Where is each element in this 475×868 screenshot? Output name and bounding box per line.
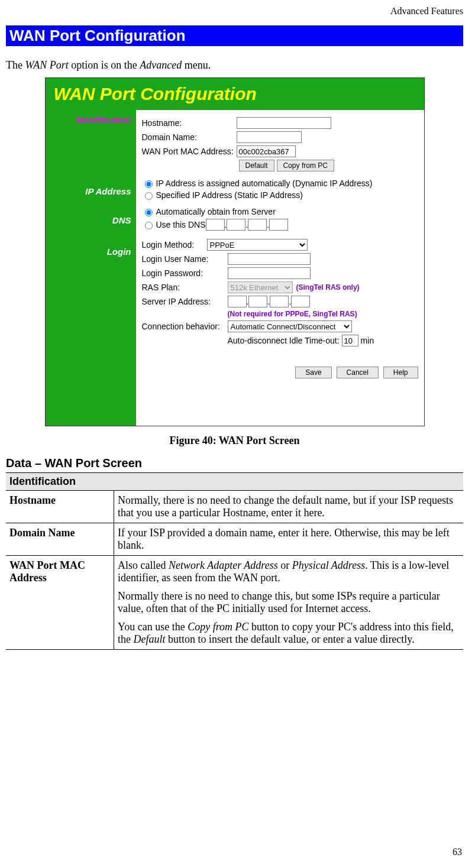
server-ip-label: Server IP Address: — [142, 297, 228, 306]
idle-label: Auto-disconnect Idle Time-out: — [228, 336, 340, 345]
mac-p3em2: Default — [134, 633, 166, 645]
dns-opt1-label: Automatically obtain from Server — [156, 207, 276, 216]
side-dns: DNS — [46, 215, 131, 225]
srv-oct4[interactable] — [291, 296, 310, 307]
dns-oct2[interactable] — [227, 219, 245, 231]
ras-select: 512k Ethernet — [228, 281, 293, 293]
dns-opt2-label: Use this DNS — [156, 220, 206, 229]
mac-p3a: You can use the — [118, 621, 188, 633]
intro-post: menu. — [182, 59, 211, 71]
data-subhead: Data – WAN Port Screen — [6, 456, 463, 470]
save-button[interactable]: Save — [295, 367, 331, 378]
hostname-input[interactable] — [237, 117, 331, 129]
mac-label: WAN Port MAC Address: — [142, 147, 237, 156]
row-key-mac: WAN Port MAC Address — [6, 556, 114, 650]
dns-oct1[interactable] — [206, 219, 225, 231]
dns-oct4[interactable] — [269, 219, 288, 231]
idle-unit: min — [361, 336, 374, 345]
mac-p3em1: Copy from PC — [188, 621, 248, 633]
login-user-input[interactable] — [228, 253, 311, 265]
mac-p1b: or — [278, 559, 292, 571]
domain-input[interactable] — [237, 131, 302, 143]
page-header: Advanced Features — [6, 0, 463, 25]
table-row: Hostname Normally, there is no need to c… — [6, 491, 463, 523]
mac-p1em1: Network Adapter Address — [169, 559, 278, 571]
intro-em2: Advanced — [140, 59, 182, 71]
ip-opt2-label: Specified IP Address (Static IP Address) — [156, 190, 303, 200]
ip-dynamic-radio[interactable] — [145, 180, 153, 188]
login-method-label: Login Method: — [142, 240, 207, 250]
intro-em1: WAN Port — [25, 59, 68, 71]
srv-oct1[interactable] — [228, 296, 247, 307]
default-button[interactable]: Default — [239, 160, 274, 171]
conn-behavior-label: Connection behavior: — [142, 322, 228, 331]
srv-oct2[interactable] — [248, 296, 267, 307]
row-key-hostname: Hostname — [6, 491, 114, 523]
table-row: WAN Port MAC Address Also called Network… — [6, 556, 463, 650]
ras-label: RAS Plan: — [142, 283, 228, 292]
side-identification: Identification — [46, 115, 131, 125]
row-val-domain: If your ISP provided a domain name, ente… — [114, 523, 464, 556]
data-table: Identification Hostname Normally, there … — [6, 472, 463, 650]
table-category: Identification — [6, 473, 463, 491]
copy-from-pc-button[interactable]: Copy from PC — [277, 160, 334, 171]
dns-manual-radio[interactable] — [145, 222, 153, 229]
side-ipaddress: IP Address — [46, 186, 131, 196]
login-user-label: Login User Name: — [142, 254, 228, 264]
idle-input[interactable] — [342, 335, 358, 346]
mac-p2: Normally there is no need to change this… — [118, 590, 460, 615]
server-note: (Not required for PPPoE, SingTel RAS) — [228, 310, 357, 318]
mac-input[interactable] — [237, 145, 296, 157]
intro-mid: option is on the — [69, 59, 140, 71]
dns-auto-radio[interactable] — [145, 209, 153, 216]
help-button[interactable]: Help — [383, 367, 418, 378]
cancel-button[interactable]: Cancel — [337, 367, 379, 378]
row-val-mac: Also called Network Adapter Address or P… — [114, 556, 464, 650]
ip-opt1-label: IP Address is assigned automatically (Dy… — [156, 179, 373, 188]
ip-static-radio[interactable] — [145, 192, 153, 200]
mac-p3c: button to insert the default value, or e… — [166, 633, 415, 645]
figure-caption: Figure 40: WAN Port Screen — [6, 435, 463, 447]
ras-note: (SingTel RAS only) — [296, 283, 360, 292]
hostname-label: Hostname: — [142, 118, 237, 128]
mac-p1em2: Physical Address — [292, 559, 366, 571]
row-key-domain: Domain Name — [6, 523, 114, 556]
srv-oct3[interactable] — [270, 296, 289, 307]
intro-text: The WAN Port option is on the Advanced m… — [6, 59, 463, 72]
conn-behavior-select[interactable]: Automatic Connect/Disconnect — [228, 320, 352, 332]
mac-p1a: Also called — [118, 559, 169, 571]
dns-oct3[interactable] — [248, 219, 267, 231]
login-method-select[interactable]: PPPoE — [207, 239, 308, 251]
table-row: Domain Name If your ISP provided a domai… — [6, 523, 463, 556]
domain-label: Domain Name: — [142, 132, 237, 142]
screenshot-figure: WAN Port Configuration Identification IP… — [45, 77, 425, 426]
login-pass-input[interactable] — [228, 267, 311, 279]
login-pass-label: Login Password: — [142, 268, 228, 278]
page-number: 63 — [453, 847, 462, 857]
row-val-hostname: Normally, there is no need to change the… — [114, 491, 464, 523]
screenshot-title: WAN Port Configuration — [46, 78, 424, 110]
side-login: Login — [46, 247, 131, 257]
page-title: WAN Port Configuration — [6, 25, 463, 46]
intro-pre: The — [6, 59, 25, 71]
screenshot-sidebar: Identification IP Address DNS Login — [46, 110, 136, 426]
